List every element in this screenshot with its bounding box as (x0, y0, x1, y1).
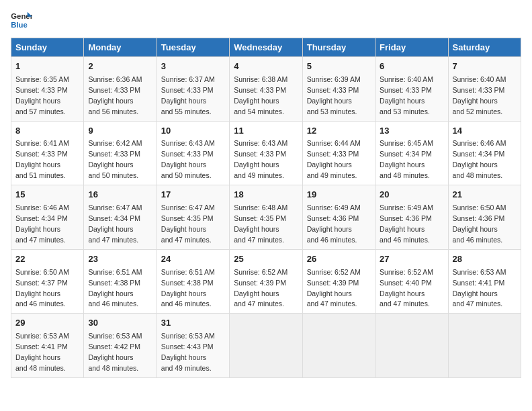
daylight-text: Daylight hoursand 48 minutes. (88, 353, 138, 372)
day-number: 11 (234, 125, 298, 138)
daylight-text: Daylight hoursand 49 minutes. (161, 353, 212, 372)
sunrise-text: Sunrise: 6:46 AM (15, 203, 69, 212)
day-number: 20 (380, 189, 443, 201)
day-number: 7 (453, 60, 517, 73)
calendar-cell: 17Sunrise: 6:47 AMSunset: 4:35 PMDayligh… (157, 185, 229, 250)
sunset-text: Sunset: 4:37 PM (15, 279, 68, 287)
sunrise-text: Sunrise: 6:49 AM (380, 203, 433, 212)
calendar-cell: 10Sunrise: 6:43 AMSunset: 4:33 PMDayligh… (157, 121, 229, 185)
logo-icon: General Blue (11, 11, 32, 30)
sunrise-text: Sunrise: 6:35 AM (15, 75, 69, 83)
daylight-text: Daylight hoursand 49 minutes. (234, 161, 284, 179)
sunrise-text: Sunrise: 6:41 AM (15, 139, 69, 147)
calendar-cell: 21Sunrise: 6:50 AMSunset: 4:36 PMDayligh… (448, 185, 521, 250)
sunset-text: Sunset: 4:33 PM (161, 150, 214, 158)
daylight-text: Daylight hoursand 46 minutes. (453, 225, 503, 244)
day-number: 3 (161, 60, 225, 73)
calendar-cell: 18Sunrise: 6:48 AMSunset: 4:35 PMDayligh… (230, 185, 302, 250)
day-number: 13 (380, 125, 443, 138)
day-number: 28 (453, 253, 517, 266)
week-row-3: 15Sunrise: 6:46 AMSunset: 4:34 PMDayligh… (11, 185, 521, 250)
sunrise-text: Sunrise: 6:52 AM (380, 268, 433, 276)
day-number: 15 (15, 189, 79, 201)
calendar-cell: 30Sunrise: 6:53 AMSunset: 4:42 PMDayligh… (84, 314, 157, 378)
day-number: 27 (380, 253, 443, 266)
sunrise-text: Sunrise: 6:52 AM (307, 268, 361, 276)
calendar-cell (448, 314, 521, 378)
sunset-text: Sunset: 4:41 PM (15, 342, 68, 351)
sunset-text: Sunset: 4:40 PM (380, 279, 432, 287)
daylight-text: Daylight hoursand 47 minutes. (15, 225, 66, 244)
sunset-text: Sunset: 4:38 PM (88, 279, 140, 287)
daylight-text: Daylight hoursand 47 minutes. (380, 289, 430, 308)
day-number: 14 (453, 125, 517, 138)
day-number: 25 (234, 253, 298, 266)
calendar-table: SundayMondayTuesdayWednesdayThursdayFrid… (11, 38, 521, 378)
sunrise-text: Sunrise: 6:40 AM (453, 75, 506, 83)
day-number: 10 (161, 125, 225, 138)
dow-header-tuesday: Tuesday (157, 38, 229, 57)
calendar-cell (375, 314, 448, 378)
calendar-cell: 12Sunrise: 6:44 AMSunset: 4:33 PMDayligh… (302, 121, 375, 185)
daylight-text: Daylight hoursand 48 minutes. (453, 161, 503, 179)
daylight-text: Daylight hoursand 47 minutes. (88, 225, 138, 244)
day-number: 6 (380, 60, 443, 73)
daylight-text: Daylight hoursand 47 minutes. (234, 289, 284, 308)
daylight-text: Daylight hoursand 46 minutes. (161, 289, 212, 308)
day-number: 22 (15, 253, 79, 266)
calendar-cell: 13Sunrise: 6:45 AMSunset: 4:34 PMDayligh… (375, 121, 448, 185)
logo: General Blue (11, 11, 35, 30)
daylight-text: Daylight hoursand 56 minutes. (88, 97, 138, 116)
daylight-text: Daylight hoursand 48 minutes. (380, 161, 430, 179)
calendar-cell: 28Sunrise: 6:53 AMSunset: 4:41 PMDayligh… (448, 249, 521, 314)
daylight-text: Daylight hoursand 52 minutes. (453, 97, 503, 116)
sunset-text: Sunset: 4:33 PM (307, 150, 359, 158)
calendar-cell: 1Sunrise: 6:35 AMSunset: 4:33 PMDaylight… (11, 57, 84, 122)
calendar-cell: 4Sunrise: 6:38 AMSunset: 4:33 PMDaylight… (230, 57, 302, 122)
sunrise-text: Sunrise: 6:48 AM (234, 203, 287, 212)
sunrise-text: Sunrise: 6:36 AM (88, 75, 142, 83)
sunset-text: Sunset: 4:33 PM (234, 86, 286, 94)
sunset-text: Sunset: 4:33 PM (88, 86, 140, 94)
daylight-text: Daylight hoursand 48 minutes. (15, 353, 66, 372)
sunset-text: Sunset: 4:42 PM (88, 342, 140, 351)
sunset-text: Sunset: 4:33 PM (161, 86, 214, 94)
sunset-text: Sunset: 4:41 PM (453, 279, 505, 287)
sunrise-text: Sunrise: 6:47 AM (161, 203, 215, 212)
calendar-cell: 9Sunrise: 6:42 AMSunset: 4:33 PMDaylight… (84, 121, 157, 185)
calendar-cell: 15Sunrise: 6:46 AMSunset: 4:34 PMDayligh… (11, 185, 84, 250)
sunrise-text: Sunrise: 6:50 AM (453, 203, 506, 212)
calendar-cell: 26Sunrise: 6:52 AMSunset: 4:39 PMDayligh… (302, 249, 375, 314)
daylight-text: Daylight hoursand 54 minutes. (234, 97, 284, 116)
calendar-cell: 5Sunrise: 6:39 AMSunset: 4:33 PMDaylight… (302, 57, 375, 122)
day-number: 2 (88, 60, 152, 73)
day-number: 9 (88, 125, 152, 138)
day-number: 8 (15, 125, 79, 138)
daylight-text: Daylight hoursand 55 minutes. (161, 97, 212, 116)
sunrise-text: Sunrise: 6:50 AM (15, 268, 69, 276)
sunset-text: Sunset: 4:34 PM (453, 150, 505, 158)
daylight-text: Daylight hoursand 47 minutes. (234, 225, 284, 244)
dow-header-sunday: Sunday (11, 38, 84, 57)
sunrise-text: Sunrise: 6:43 AM (234, 139, 287, 147)
sunset-text: Sunset: 4:33 PM (15, 86, 68, 94)
day-number: 31 (161, 317, 225, 330)
week-row-5: 29Sunrise: 6:53 AMSunset: 4:41 PMDayligh… (11, 314, 521, 378)
sunrise-text: Sunrise: 6:51 AM (161, 268, 215, 276)
sunset-text: Sunset: 4:34 PM (380, 150, 432, 158)
calendar-cell: 8Sunrise: 6:41 AMSunset: 4:33 PMDaylight… (11, 121, 84, 185)
daylight-text: Daylight hoursand 51 minutes. (15, 161, 66, 179)
sunrise-text: Sunrise: 6:53 AM (88, 332, 142, 340)
daylight-text: Daylight hoursand 50 minutes. (161, 161, 212, 179)
sunrise-text: Sunrise: 6:42 AM (88, 139, 142, 147)
calendar-cell: 11Sunrise: 6:43 AMSunset: 4:33 PMDayligh… (230, 121, 302, 185)
sunrise-text: Sunrise: 6:51 AM (88, 268, 142, 276)
calendar-cell: 31Sunrise: 6:53 AMSunset: 4:43 PMDayligh… (157, 314, 229, 378)
daylight-text: Daylight hoursand 50 minutes. (88, 161, 138, 179)
sunset-text: Sunset: 4:33 PM (307, 86, 359, 94)
sunset-text: Sunset: 4:33 PM (88, 150, 140, 158)
daylight-text: Daylight hoursand 46 minutes. (88, 289, 138, 308)
sunset-text: Sunset: 4:34 PM (15, 214, 68, 222)
page-header: General Blue (11, 11, 521, 30)
calendar-cell (230, 314, 302, 378)
